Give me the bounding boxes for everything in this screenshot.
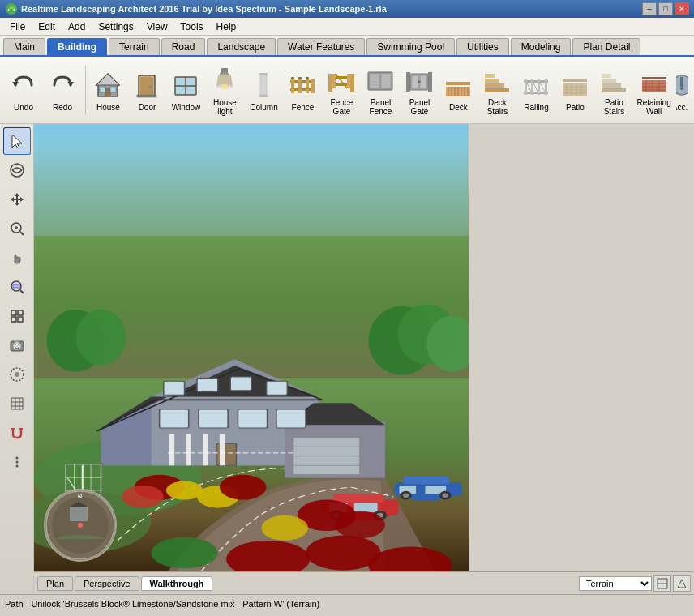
view-icon-btn-1[interactable] [653, 575, 671, 592]
svg-rect-8 [100, 87, 105, 92]
svg-rect-69 [485, 83, 504, 88]
svg-rect-17 [177, 88, 186, 93]
svg-rect-125 [15, 340, 19, 342]
svg-point-24 [222, 84, 227, 89]
undo-button[interactable]: Undo [5, 62, 42, 118]
tool-select[interactable] [3, 127, 31, 155]
tool-panel-gate[interactable]: Panel Gate [401, 60, 438, 120]
panel-fence-icon [364, 64, 396, 96]
svg-point-2 [11, 6, 15, 10]
tool-deck-stairs[interactable]: Deck Stairs [478, 60, 516, 120]
menu-tools[interactable]: Tools [174, 19, 210, 34]
svg-rect-161 [197, 378, 218, 391]
tool-house[interactable]: House [89, 62, 126, 118]
tool-deck[interactable]: Deck [439, 62, 477, 118]
tab-plan-detail[interactable]: Plan Detail [572, 38, 640, 55]
svg-point-140 [15, 465, 18, 468]
tool-door[interactable]: Door [128, 62, 165, 118]
tool-patio[interactable]: Patio [556, 62, 593, 118]
svg-marker-110 [11, 193, 24, 206]
tab-water-features[interactable]: Water Features [277, 38, 365, 55]
menu-settings[interactable]: Settings [92, 19, 139, 34]
tab-terrain[interactable]: Terrain [109, 38, 160, 55]
svg-rect-34 [298, 77, 302, 79]
close-button[interactable]: ✕ [675, 2, 689, 15]
svg-rect-169 [169, 434, 174, 466]
menu-file[interactable]: File [3, 19, 32, 34]
tool-snapshot[interactable] [3, 332, 31, 359]
right-panel [469, 124, 694, 571]
tab-building[interactable]: Building [47, 38, 107, 55]
svg-rect-70 [485, 79, 499, 83]
tool-accessories[interactable]: Acc... [675, 62, 689, 118]
svg-marker-6 [96, 74, 119, 85]
redo-button[interactable]: Redo [44, 62, 81, 118]
svg-point-193 [122, 486, 164, 508]
tool-window[interactable]: Window [167, 62, 204, 118]
tab-road[interactable]: Road [161, 38, 206, 55]
svg-point-139 [15, 461, 18, 464]
svg-marker-4 [67, 82, 74, 87]
svg-point-12 [148, 85, 152, 88]
menu-add[interactable]: Add [62, 19, 92, 34]
svg-rect-25 [259, 73, 268, 75]
tool-patio-stairs[interactable]: Patio Stairs [595, 60, 632, 120]
svg-rect-26 [260, 75, 267, 95]
svg-point-196 [220, 475, 267, 500]
tool-house-light[interactable]: House light [206, 60, 243, 120]
tool-grid[interactable] [3, 390, 31, 417]
svg-rect-73 [524, 92, 548, 94]
svg-rect-168 [216, 443, 237, 465]
menu-edit[interactable]: Edit [32, 19, 62, 34]
tool-frame[interactable] [3, 302, 31, 330]
left-toolbar [0, 124, 34, 594]
svg-point-203 [151, 537, 217, 569]
tool-more[interactable] [3, 448, 31, 476]
fence-icon [286, 69, 319, 101]
view-tab-walkthrough[interactable]: Walkthrough [141, 576, 213, 591]
svg-rect-92 [602, 79, 616, 83]
house-light-icon [208, 64, 241, 96]
tool-column[interactable]: Column [245, 62, 282, 118]
tab-swimming-pool[interactable]: Swimming Pool [366, 38, 455, 55]
view-icon-btn-2[interactable] [673, 575, 691, 592]
view-tab-perspective[interactable]: Perspective [75, 576, 139, 591]
minimap: N [44, 489, 117, 562]
tool-fence[interactable]: Fence [284, 62, 321, 118]
tool-magnet[interactable] [3, 419, 31, 447]
svg-point-127 [15, 372, 19, 377]
maximize-button[interactable]: □ [658, 2, 673, 15]
svg-rect-40 [350, 74, 354, 92]
tool-retaining-wall[interactable]: Retaining Wall [634, 60, 673, 120]
tool-zoom-region[interactable] [3, 273, 31, 301]
viewport-3d[interactable]: N [34, 124, 469, 571]
tab-utilities[interactable]: Utilities [456, 38, 509, 55]
tool-railing[interactable]: Railing [517, 62, 555, 118]
tab-main[interactable]: Main [3, 38, 45, 55]
tool-zoom[interactable] [3, 215, 31, 242]
tool-fence-gate[interactable]: Fence Gate [323, 60, 360, 120]
patio-icon [559, 69, 591, 101]
svg-rect-39 [328, 74, 332, 92]
svg-point-106 [680, 87, 683, 90]
tab-landscape[interactable]: Landscape [207, 38, 276, 55]
svg-rect-74 [525, 79, 527, 95]
terrain-select[interactable]: Terrain [579, 576, 652, 591]
window-title: Realtime Landscaping Architect 2016 Tria… [21, 4, 642, 14]
tab-modeling[interactable]: Modeling [511, 38, 572, 55]
svg-point-217 [78, 523, 83, 528]
tool-snapshot2[interactable] [3, 361, 31, 388]
svg-marker-221 [678, 580, 686, 588]
svg-point-190 [403, 493, 409, 497]
tool-panel-fence[interactable]: Panel Fence [362, 60, 399, 120]
menu-view[interactable]: View [140, 19, 174, 34]
tool-pan[interactable] [3, 186, 31, 213]
minimize-button[interactable]: – [642, 2, 657, 15]
tool-hand[interactable] [3, 244, 31, 272]
tool-orbit[interactable] [3, 156, 31, 184]
svg-rect-37 [306, 79, 309, 93]
deck-stairs-icon [481, 64, 513, 96]
menu-help[interactable]: Help [210, 19, 243, 34]
svg-rect-47 [370, 74, 379, 88]
view-tab-plan[interactable]: Plan [37, 576, 73, 591]
